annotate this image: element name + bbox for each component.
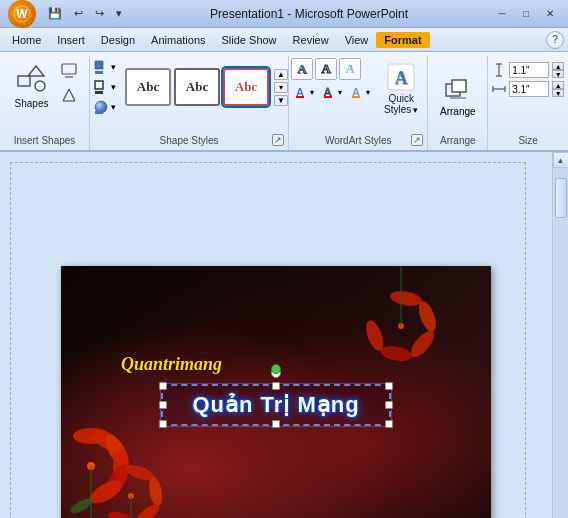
insert-shapes-group: Shapes Insert Shapes — [0, 56, 90, 150]
handle-middle-left[interactable] — [159, 401, 167, 409]
arrange-label: Arrange — [440, 106, 476, 117]
right-scrollbar: ▲ ▼ ▲ ▼ — [552, 152, 568, 518]
svg-marker-3 — [28, 66, 44, 76]
width-icon — [492, 82, 506, 96]
svg-rect-5 — [62, 64, 76, 74]
shapes-button[interactable]: Shapes — [10, 58, 54, 111]
svg-rect-10 — [95, 61, 103, 69]
office-button[interactable]: W — [8, 0, 36, 28]
height-spinner[interactable]: ▲ ▼ — [552, 62, 564, 78]
handle-bottom-middle[interactable] — [272, 420, 280, 428]
menu-design[interactable]: Design — [93, 32, 143, 48]
redo-button[interactable]: ↪ — [91, 5, 108, 22]
quick-styles-icon: A — [385, 61, 417, 93]
svg-text:A: A — [395, 68, 408, 88]
shape-styles-dialog-launcher[interactable]: ↗ — [272, 134, 284, 146]
quick-styles-label: Quick — [388, 93, 414, 104]
text-fill-button[interactable]: A — [291, 58, 313, 80]
menu-format[interactable]: Format — [376, 32, 429, 48]
svg-rect-17 — [296, 96, 304, 98]
shape-effects-button[interactable]: ▾ — [90, 98, 119, 116]
arrange-group-label: Arrange — [428, 135, 487, 146]
handle-top-left[interactable] — [159, 382, 167, 390]
text-effects-button[interactable]: A — [339, 58, 361, 80]
quick-styles-label2: Styles — [384, 104, 411, 115]
width-field[interactable]: 3.1" — [509, 81, 549, 97]
menu-slideshow[interactable]: Slide Show — [214, 32, 285, 48]
menu-review[interactable]: Review — [285, 32, 337, 48]
slide[interactable]: Quantrimang Quản Trị Mạng Quantrimang — [61, 266, 491, 518]
slide-wordart-text[interactable]: Quản Trị Mạng — [173, 392, 379, 418]
slide-panel: Quantrimang Quản Trị Mạng Quantrimang — [0, 152, 568, 518]
text-fill-color[interactable]: A ▾ — [291, 84, 317, 100]
style-samples: Abc Abc Abc ▲ ▾ ▼ — [125, 68, 288, 124]
svg-rect-13 — [95, 91, 103, 94]
height-field[interactable]: 1.1" — [509, 62, 549, 78]
text-effects-color[interactable]: A ▾ — [347, 84, 373, 100]
style-sample-1[interactable]: Abc — [125, 68, 171, 106]
menu-bar: Home Insert Design Animations Slide Show… — [0, 28, 568, 52]
slide-container[interactable]: Quantrimang Quản Trị Mạng Quantrimang — [0, 152, 552, 518]
style-sample-3[interactable]: Abc — [223, 68, 269, 106]
style-scroll-controls: ▲ ▾ ▼ — [274, 69, 288, 106]
shapes-icon — [14, 60, 50, 96]
scroll-track — [554, 168, 568, 518]
minimize-button[interactable]: ─ — [492, 6, 512, 22]
slide-text-quantrimang[interactable]: Quantrimang — [121, 354, 222, 375]
width-input-row: 3.1" ▲ ▼ — [492, 81, 564, 97]
quick-styles-button[interactable]: A Quick Styles ▾ — [377, 58, 425, 118]
menu-home[interactable]: Home — [4, 32, 49, 48]
wordart-styles-label: WordArt Styles — [289, 135, 427, 146]
svg-rect-19 — [324, 96, 332, 98]
svg-point-4 — [35, 81, 45, 91]
text-outline-color[interactable]: A ▾ — [319, 84, 345, 100]
menu-animations[interactable]: Animations — [143, 32, 213, 48]
undo-button[interactable]: ↩ — [70, 5, 87, 22]
wordart-styles-group: A A A A ▾ — [289, 56, 428, 150]
svg-line-8 — [69, 89, 75, 101]
svg-rect-12 — [95, 81, 103, 89]
arrange-button[interactable]: Arrange — [434, 72, 482, 119]
shape-outline-button[interactable]: ▾ — [90, 78, 119, 96]
handle-bottom-left[interactable] — [159, 420, 167, 428]
qat-more-button[interactable]: ▾ — [112, 5, 126, 22]
green-handle[interactable] — [271, 364, 281, 374]
menu-view[interactable]: View — [337, 32, 377, 48]
size-group: 1.1" ▲ ▼ 3.1" ▲ ▼ — [488, 56, 568, 150]
handle-top-right[interactable] — [385, 382, 393, 390]
text-outline-button[interactable]: A — [315, 58, 337, 80]
arrange-group: Arrange Arrange — [428, 56, 488, 150]
shape-fill-button[interactable]: ▾ — [90, 58, 119, 76]
save-button[interactable]: 💾 — [44, 5, 66, 22]
handle-top-middle[interactable] — [272, 382, 280, 390]
style-scroll-more[interactable]: ▾ — [274, 82, 288, 93]
scroll-up-button[interactable]: ▲ — [553, 152, 569, 168]
width-spinner[interactable]: ▲ ▼ — [552, 81, 564, 97]
height-input-row: 1.1" ▲ ▼ — [492, 62, 564, 78]
edit-shape-button[interactable] — [58, 60, 80, 82]
window-controls: ─ □ ✕ — [492, 6, 560, 22]
handle-middle-right[interactable] — [385, 401, 393, 409]
maximize-button[interactable]: □ — [516, 6, 536, 22]
shape-styles-label: Shape Styles — [90, 135, 288, 146]
shape-styles-group: ▾ ▾ — [90, 56, 289, 150]
edit-points-button[interactable] — [58, 84, 80, 106]
scroll-thumb[interactable] — [555, 178, 567, 218]
slide-wordart-container[interactable]: Quản Trị Mạng — [161, 384, 391, 426]
help-button[interactable]: ? — [546, 31, 564, 49]
style-scroll-up[interactable]: ▲ — [274, 69, 288, 80]
menu-insert[interactable]: Insert — [49, 32, 93, 48]
wordart-dialog-launcher[interactable]: ↗ — [411, 134, 423, 146]
close-button[interactable]: ✕ — [540, 6, 560, 22]
quick-styles-arrow: ▾ — [413, 105, 418, 115]
title-bar-left: W 💾 ↩ ↪ ▾ — [8, 0, 126, 28]
ribbon: Shapes Insert Shapes — [0, 52, 568, 152]
height-icon — [492, 63, 506, 77]
svg-text:W: W — [16, 7, 28, 21]
shapes-label: Shapes — [15, 98, 49, 109]
app-title: Presentation1 - Microsoft PowerPoint — [210, 7, 408, 21]
size-group-label: Size — [488, 135, 568, 146]
style-scroll-down[interactable]: ▼ — [274, 95, 288, 106]
handle-bottom-right[interactable] — [385, 420, 393, 428]
style-sample-2[interactable]: Abc — [174, 68, 220, 106]
